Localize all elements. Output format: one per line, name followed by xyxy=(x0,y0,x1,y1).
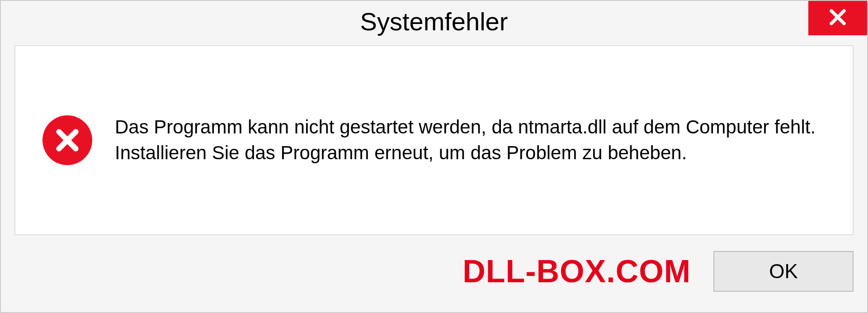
content-panel: Das Programm kann nicht gestartet werden… xyxy=(14,45,854,235)
close-button[interactable] xyxy=(808,1,867,35)
watermark-text: DLL-BOX.COM xyxy=(462,253,691,289)
system-error-dialog: Systemfehler Das Programm kann nicht ges… xyxy=(0,0,868,313)
error-message: Das Programm kann nicht gestartet werden… xyxy=(115,114,820,166)
ok-button[interactable]: OK xyxy=(713,251,854,292)
dialog-footer: DLL-BOX.COM OK xyxy=(1,240,867,312)
titlebar: Systemfehler xyxy=(1,1,867,42)
close-icon xyxy=(828,8,847,28)
dialog-title: Systemfehler xyxy=(360,7,508,36)
ok-button-label: OK xyxy=(769,260,798,283)
error-icon xyxy=(42,115,92,165)
